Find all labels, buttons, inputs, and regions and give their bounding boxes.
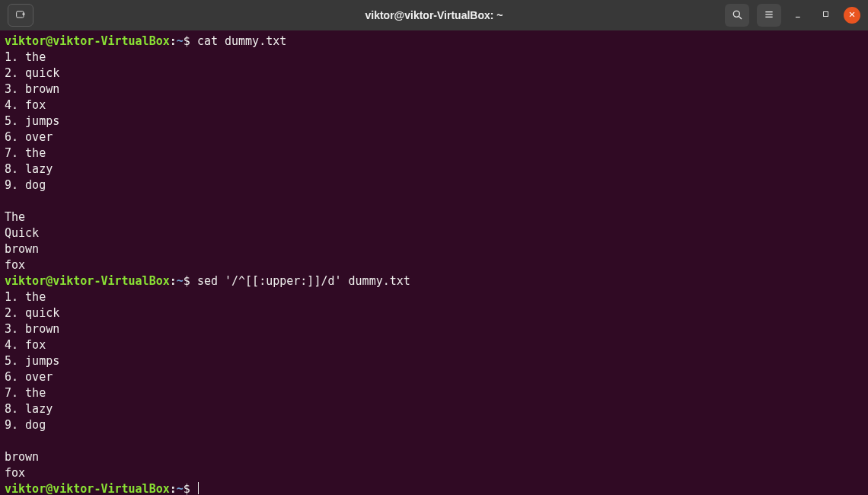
output-line: 3. brown: [5, 321, 862, 337]
new-tab-icon: [14, 8, 27, 23]
prompt-separator: :: [170, 34, 177, 48]
output-line: brown: [5, 449, 862, 465]
svg-rect-7: [824, 12, 828, 17]
terminal-viewport[interactable]: viktor@viktor-VirtualBox:~$ cat dummy.tx…: [0, 30, 868, 495]
cursor: [198, 482, 199, 494]
prompt-user-host: viktor@viktor-VirtualBox: [5, 34, 170, 48]
output-line: 9. dog: [5, 177, 862, 193]
close-button[interactable]: [844, 7, 860, 24]
output-line: 6. over: [5, 129, 862, 145]
prompt-user-host: viktor@viktor-VirtualBox: [5, 482, 170, 495]
output-line: 3. brown: [5, 81, 862, 97]
prompt-symbol: $: [183, 274, 197, 288]
prompt-user-host: viktor@viktor-VirtualBox: [5, 274, 170, 288]
output-line: 1. the: [5, 289, 862, 305]
command-line: viktor@viktor-VirtualBox:~$ sed '/^[[:up…: [5, 273, 862, 289]
output-line: 2. quick: [5, 305, 862, 321]
output-line: 5. jumps: [5, 113, 862, 129]
minimize-button[interactable]: [789, 5, 809, 25]
output-line: fox: [5, 465, 862, 481]
output-line: 5. jumps: [5, 353, 862, 369]
terminal-window: viktor@viktor-VirtualBox: ~: [0, 0, 868, 495]
svg-line-2: [739, 16, 742, 18]
hamburger-icon: [763, 8, 775, 23]
prompt-separator: :: [170, 274, 177, 288]
minimize-icon: [793, 9, 804, 22]
output-line: brown: [5, 241, 862, 257]
close-icon: [848, 11, 856, 20]
maximize-button[interactable]: [816, 5, 836, 25]
prompt-path: ~: [177, 34, 183, 48]
menu-button[interactable]: [757, 4, 781, 27]
titlebar-left: [8, 4, 34, 27]
prompt-path: ~: [177, 482, 183, 495]
new-tab-button[interactable]: [8, 4, 34, 27]
output-line: [5, 193, 862, 209]
prompt-separator: :: [170, 482, 177, 495]
command-text: cat dummy.txt: [197, 34, 286, 48]
prompt-symbol: $: [183, 34, 197, 48]
output-line: fox: [5, 257, 862, 273]
output-line: Quick: [5, 225, 862, 241]
output-line: 9. dog: [5, 417, 862, 433]
svg-point-1: [733, 11, 739, 17]
output-line: 7. the: [5, 385, 862, 401]
search-icon: [731, 8, 743, 23]
prompt-symbol: $: [183, 482, 197, 495]
output-line: 4. fox: [5, 337, 862, 353]
search-button[interactable]: [725, 4, 749, 27]
output-line: 8. lazy: [5, 401, 862, 417]
command-line: viktor@viktor-VirtualBox:~$: [5, 481, 862, 495]
output-line: 2. quick: [5, 65, 862, 81]
output-line: 6. over: [5, 369, 862, 385]
svg-rect-0: [17, 11, 24, 18]
output-line: 8. lazy: [5, 161, 862, 177]
prompt-path: ~: [177, 274, 183, 288]
output-line: The: [5, 209, 862, 225]
output-line: [5, 433, 862, 449]
maximize-icon: [822, 9, 831, 21]
command-line: viktor@viktor-VirtualBox:~$ cat dummy.tx…: [5, 34, 862, 50]
output-line: 1. the: [5, 50, 862, 65]
titlebar-right: [725, 4, 860, 27]
titlebar: viktor@viktor-VirtualBox: ~: [0, 0, 868, 30]
output-line: 4. fox: [5, 97, 862, 113]
command-text: sed '/^[[:upper:]]/d' dummy.txt: [197, 274, 410, 288]
output-line: 7. the: [5, 145, 862, 161]
